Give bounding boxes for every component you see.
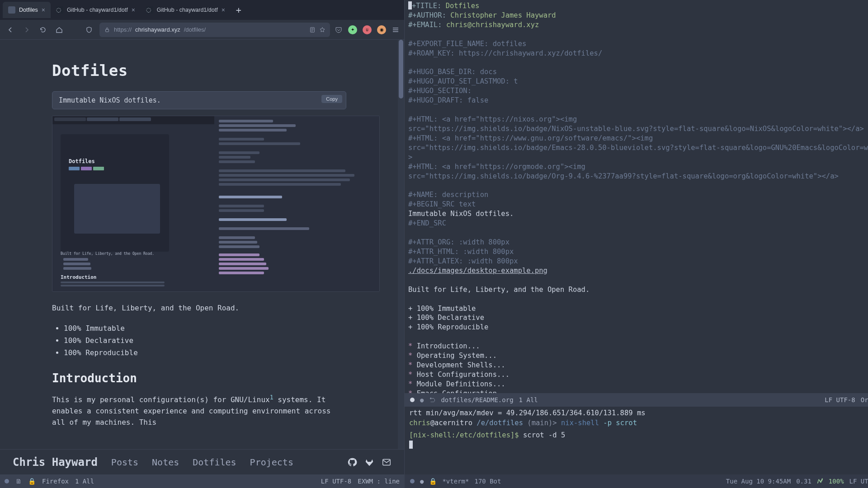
- close-icon[interactable]: ×: [42, 6, 45, 14]
- major-mode: Org: [861, 396, 868, 404]
- nav-projects[interactable]: Projects: [250, 457, 293, 468]
- site-nav: Chris Hayward Posts Notes Dotfiles Proje…: [0, 449, 404, 474]
- back-button[interactable]: [5, 24, 16, 36]
- browser-tab-0[interactable]: Dotfiles ×: [3, 2, 51, 18]
- encoding: LF UTF-8: [321, 478, 351, 485]
- favicon-icon: ◌: [56, 6, 63, 14]
- extension-icon[interactable]: ◉: [377, 25, 386, 34]
- term-host: @acernitro: [430, 419, 472, 427]
- window-indicator-icon: [410, 479, 415, 483]
- desktop-screenshot-image: Dotfiles Built for Life, Liberty, and th…: [52, 116, 380, 292]
- url-path: /dotfiles/: [184, 26, 206, 33]
- browser-tab-2[interactable]: ◌ GitHub - chayward1/dotf ×: [141, 2, 231, 18]
- encoding: LF UTF-8: [849, 478, 868, 485]
- nav-notes[interactable]: Notes: [152, 457, 179, 468]
- close-icon[interactable]: ×: [132, 6, 135, 14]
- page-title: Dotfiles: [52, 61, 346, 80]
- buffer-name: *vterm*: [442, 478, 469, 485]
- tab-label: GitHub - chayward1/dotf: [67, 7, 128, 13]
- brand[interactable]: Chris Hayward: [13, 456, 98, 469]
- intro-paragraph: This is my personal configuration(s) for…: [52, 393, 346, 428]
- clock: Tue Aug 10 9:45AM: [726, 478, 791, 485]
- term-prompt: [nix-shell:/etc/dotfiles]$: [409, 431, 519, 439]
- vterm-terminal[interactable]: rtt min/avg/max/mdev = 49.294/186.651/36…: [405, 407, 868, 474]
- browser-tab-1[interactable]: ◌ GitHub - chayward1/dotf ×: [51, 2, 141, 18]
- buffer-position: 1 All: [519, 396, 538, 404]
- right-pane: +TITLE: Dotfiles #+AUTHOR: Christopher J…: [404, 0, 868, 488]
- battery-icon: 🗲: [817, 478, 823, 485]
- url-scheme: https://: [114, 26, 132, 33]
- home-button[interactable]: [53, 24, 65, 36]
- back-arrow-icon: ⮌: [429, 396, 435, 404]
- ublock-icon[interactable]: u: [363, 25, 372, 34]
- term-line: rtt min/avg/max/mdev = 49.294/186.651/36…: [409, 409, 646, 417]
- term-branch: (main)>: [527, 419, 557, 427]
- extension-icon[interactable]: ✦: [348, 25, 357, 34]
- buffer-path: dotfiles/README.org: [441, 396, 513, 404]
- code-block: Immutable NixOS dotfiles. Copy: [52, 91, 346, 109]
- feature-list: 100% Immutable 100% Declarative 100% Rep…: [59, 322, 346, 359]
- gitlab-icon[interactable]: [364, 457, 374, 467]
- left-pane: Dotfiles × ◌ GitHub - chayward1/dotf × ◌…: [0, 0, 404, 488]
- forward-button[interactable]: [21, 24, 33, 36]
- close-icon[interactable]: ×: [222, 6, 225, 14]
- encoding: LF UTF-8: [825, 396, 855, 404]
- firefox-toolbar: https://chrishayward.xyz/dotfiles/ ✦ u ◉: [0, 20, 404, 40]
- hamburger-menu-icon[interactable]: [392, 26, 400, 34]
- circle-icon: ●: [420, 478, 424, 485]
- github-icon[interactable]: [347, 457, 357, 467]
- list-item: 100% Immutable: [64, 322, 346, 334]
- reload-button[interactable]: [37, 24, 49, 36]
- mail-icon[interactable]: [382, 457, 392, 467]
- lock-icon: 🔒: [28, 478, 36, 485]
- new-tab-button[interactable]: +: [231, 5, 247, 15]
- lock-icon: [104, 27, 110, 33]
- bookmark-star-icon[interactable]: [319, 27, 326, 33]
- terminal-cursor: [409, 441, 413, 449]
- term-cmd: scrot -d 5: [523, 431, 565, 439]
- firefox-content: Dotfiles Immutable NixOS dotfiles. Copy …: [0, 40, 404, 474]
- buffer-position: 170 Bot: [474, 478, 501, 485]
- left-modeline: 🗎 🔒 Firefox 1 All LF UTF-8 EXWM : line: [0, 474, 404, 488]
- window-indicator-icon: [5, 479, 9, 483]
- tab-label: GitHub - chayward1/dotf: [157, 7, 218, 13]
- code-text: Immutable NixOS dotfiles.: [59, 96, 161, 104]
- tagline: Built for Life, Liberty, and the Open Ro…: [52, 303, 346, 314]
- reader-icon[interactable]: [309, 27, 316, 33]
- favicon-icon: ◌: [146, 6, 153, 14]
- term-modeline: ● 🔒 *vterm* 170 Bot Tue Aug 10 9:45AM 0.…: [405, 474, 868, 488]
- term-user: chris: [409, 419, 430, 427]
- section-heading: Introduction: [52, 371, 346, 385]
- term-arg: -p scrot: [603, 419, 637, 427]
- term-cmd: nix-shell: [561, 419, 599, 427]
- emacs-editor[interactable]: +TITLE: Dotfiles #+AUTHOR: Christopher J…: [405, 0, 868, 393]
- address-bar[interactable]: https://chrishayward.xyz/dotfiles/: [99, 23, 330, 37]
- file-icon: 🗎: [15, 478, 22, 485]
- term-path: /e/dotfiles: [476, 419, 523, 427]
- shield-icon[interactable]: [83, 24, 95, 36]
- nav-dotfiles[interactable]: Dotfiles: [193, 457, 236, 468]
- window-indicator-icon: [410, 398, 415, 402]
- lock-icon: 🔒: [429, 478, 437, 485]
- buffer-name: Firefox: [42, 478, 69, 485]
- firefox-tab-strip: Dotfiles × ◌ GitHub - chayward1/dotf × ◌…: [0, 0, 404, 20]
- editor-modeline: ● ⮌ dotfiles/README.org 1 All LF UTF-8 O…: [405, 393, 868, 407]
- copy-button[interactable]: Copy: [321, 95, 342, 103]
- battery-percent: 100%: [829, 478, 844, 485]
- tab-label: Dotfiles: [19, 7, 38, 13]
- circle-icon: ●: [420, 396, 424, 404]
- favicon-icon: [8, 6, 15, 14]
- buffer-position: 1 All: [75, 478, 94, 485]
- major-mode: EXWM : line: [358, 478, 400, 485]
- pocket-icon[interactable]: [335, 26, 343, 34]
- list-item: 100% Reproducible: [64, 347, 346, 359]
- load-avg: 0.31: [796, 478, 811, 485]
- scrollbar[interactable]: [398, 40, 404, 474]
- nav-posts[interactable]: Posts: [111, 457, 138, 468]
- url-host: chrishayward.xyz: [135, 26, 180, 33]
- svg-rect-0: [106, 29, 109, 32]
- list-item: 100% Declarative: [64, 334, 346, 347]
